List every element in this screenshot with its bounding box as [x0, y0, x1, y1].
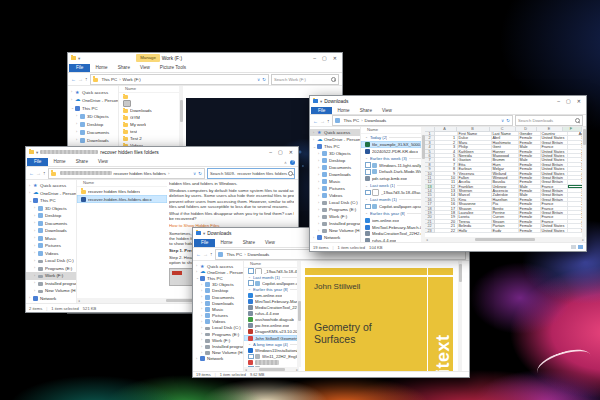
- sheet-row-header[interactable]: 23: [425, 229, 435, 233]
- file-row[interactable]: GYM: [119, 114, 179, 121]
- sidebar-item[interactable]: › Documents: [26, 220, 76, 228]
- ribbon-tab[interactable]: Share: [113, 64, 135, 72]
- refresh-icon[interactable]: ↻: [506, 118, 510, 123]
- maximize-button[interactable]: ▢: [278, 149, 283, 155]
- ribbon-tab[interactable]: Home: [48, 158, 70, 166]
- quick-access-toolbar-icon[interactable]: ▾: [203, 231, 205, 236]
- sidebar-item[interactable]: › OneDrive - Personal: [68, 96, 118, 104]
- ribbon-tab[interactable]: Picture Tools: [155, 64, 191, 72]
- file-row[interactable]: [119, 93, 179, 100]
- file-row[interactable]: Earlier this year (8): [361, 210, 421, 217]
- back-icon[interactable]: ←: [29, 170, 34, 176]
- file-row[interactable]: MediaCreationTool_22H2.exe: [244, 305, 297, 311]
- file-row[interactable]: _19aa7d3-5c18-49ac-909a-9b: [244, 268, 297, 274]
- sidebar-item[interactable]: › Music: [26, 235, 76, 243]
- sidebar-item[interactable]: ⌄ This PC: [26, 197, 76, 205]
- file-row[interactable]: My work: [119, 121, 179, 128]
- file-row[interactable]: _19aa7d3-5c18-49ac-909a-9b: [361, 189, 421, 196]
- file-row[interactable]: file_example_XLSX_5000.xls: [361, 141, 421, 148]
- file-row[interactable]: 20240522-PDR-KR.docx: [361, 148, 421, 155]
- details-view-icon[interactable]: [571, 245, 576, 249]
- breadcrumb[interactable]: This PCWork (F:) ∨↻: [90, 74, 270, 85]
- file-row[interactable]: test: [119, 128, 179, 135]
- sidebar-item[interactable]: › OneDrive - Personal: [193, 269, 243, 275]
- ribbon-tab[interactable]: File: [69, 64, 90, 72]
- sheet-cell[interactable]: United States: [541, 229, 568, 233]
- file-row[interactable]: MiniTool-February-March-03-: [244, 298, 297, 304]
- file-row[interactable]: Earlier this week (3): [361, 155, 421, 162]
- sidebar-item[interactable]: › New Volume (H:): [26, 287, 76, 295]
- column-header-name[interactable]: Name: [244, 261, 297, 268]
- up-icon[interactable]: ↑: [327, 118, 330, 124]
- back-icon[interactable]: ←: [71, 76, 76, 82]
- breadcrumb-item[interactable]: recover hidden files folders: [114, 171, 172, 176]
- file-row[interactable]: Last week (1): [361, 182, 421, 189]
- search-input[interactable]: Search 5609- recover hidden files folder…: [207, 168, 295, 179]
- file-row[interactable]: Last month (1): [361, 196, 421, 203]
- sheet-cell[interactable]: Eudy: [492, 229, 519, 233]
- file-row[interactable]: Win11_22H2_English_x64.iso: [244, 353, 297, 359]
- file-row[interactable]: recover hidden files folders: [77, 187, 167, 195]
- sidebar-item[interactable]: › Documents: [68, 128, 118, 136]
- sidebar-item[interactable]: › Pictures: [26, 242, 76, 250]
- sidebar-item[interactable]: › OneDrive - Personal: [310, 136, 360, 143]
- sidebar-item[interactable]: › Programs (E:): [310, 206, 360, 213]
- sidebar-item[interactable]: › 3D Objects: [68, 112, 118, 120]
- file-row[interactable]: [119, 100, 179, 107]
- sidebar-item[interactable]: › Network: [193, 356, 243, 362]
- ribbon-tab[interactable]: View: [135, 64, 155, 72]
- file-row[interactable]: iom-online.exe: [361, 217, 421, 224]
- sidebar-item[interactable]: › Installed programs (...: [310, 220, 360, 227]
- column-header-name[interactable]: Name: [77, 180, 167, 187]
- quick-access-toolbar-icon[interactable]: ▾: [320, 99, 322, 104]
- sidebar-item[interactable]: › Work (F:): [310, 213, 360, 220]
- breadcrumb-item[interactable]: Downloads: [365, 118, 387, 123]
- sidebar-item[interactable]: › Videos: [310, 192, 360, 199]
- preview-scrollbar[interactable]: [458, 261, 462, 372]
- breadcrumb-item[interactable]: This PC: [344, 118, 365, 123]
- file-row[interactable]: Test 2: [119, 135, 179, 142]
- breadcrumb[interactable]: recover hidden files folders ∨↻: [48, 168, 206, 179]
- maximize-button[interactable]: ▢: [322, 55, 327, 61]
- item-checkbox[interactable]: [365, 190, 371, 196]
- title-bar[interactable]: ▾ Manage Work (F:) – ▢ ✕: [68, 53, 342, 63]
- sidebar-item[interactable]: › Downloads: [68, 136, 118, 144]
- minimize-button[interactable]: –: [269, 149, 272, 155]
- sidebar-item[interactable]: › Quick access: [68, 88, 118, 96]
- sidebar-item[interactable]: › Network: [310, 234, 360, 241]
- file-row[interactable]: wushowhide.diagcab: [244, 317, 297, 323]
- close-button[interactable]: ✕: [333, 55, 337, 61]
- excel-vertical-scrollbar[interactable]: [582, 127, 586, 237]
- address-dropdown-icon[interactable]: ∨: [193, 171, 196, 176]
- ribbon-tab[interactable]: Share: [355, 107, 377, 114]
- back-icon[interactable]: ←: [313, 118, 318, 124]
- file-row[interactable]: Today (2): [361, 134, 421, 141]
- sidebar-item[interactable]: › Desktop: [68, 120, 118, 128]
- breadcrumb-item[interactable]: Work (F:): [123, 77, 141, 82]
- file-row[interactable]: recover-hidden-files-folders.docx: [77, 195, 167, 203]
- ribbon-tab[interactable]: Home: [90, 64, 112, 72]
- quick-access-toolbar-icon[interactable]: ▾: [36, 150, 38, 155]
- sheet-cell[interactable]: Holly: [458, 229, 492, 233]
- sidebar-item[interactable]: › Programs (E:): [26, 265, 76, 273]
- address-dropdown-icon[interactable]: ∨: [501, 118, 504, 123]
- up-icon[interactable]: ↑: [43, 170, 46, 176]
- up-icon[interactable]: ↑: [210, 251, 213, 257]
- title-bar[interactable]: ▾ Downloads – ▢ ✕: [310, 96, 586, 106]
- sidebar-item[interactable]: › Quick access: [26, 182, 76, 190]
- search-input[interactable]: Search Downloads: [515, 115, 583, 126]
- sidebar-item[interactable]: › Installed programs (...: [26, 280, 76, 288]
- back-icon[interactable]: ←: [196, 251, 201, 257]
- sheet-cell[interactable]: 22: [435, 229, 458, 233]
- sidebar-item[interactable]: › 3D Objects: [26, 205, 76, 213]
- ribbon-tab[interactable]: File: [27, 158, 48, 166]
- sidebar-item[interactable]: › Quick access: [310, 129, 360, 136]
- file-row[interactable]: MiniTool-February-March-03-: [361, 224, 421, 231]
- ribbon-tab[interactable]: View: [93, 158, 113, 166]
- sidebar-item[interactable]: ⌄ This PC: [310, 143, 360, 150]
- ribbon-tab[interactable]: File: [311, 107, 332, 114]
- file-row[interactable]: pdr-setup-bmb.exe: [361, 175, 421, 182]
- minimize-button[interactable]: –: [313, 55, 316, 61]
- file-row[interactable]: MediaCreationTool_22H2.exe: [361, 230, 421, 237]
- sidebar-item[interactable]: › Desktop: [26, 212, 76, 220]
